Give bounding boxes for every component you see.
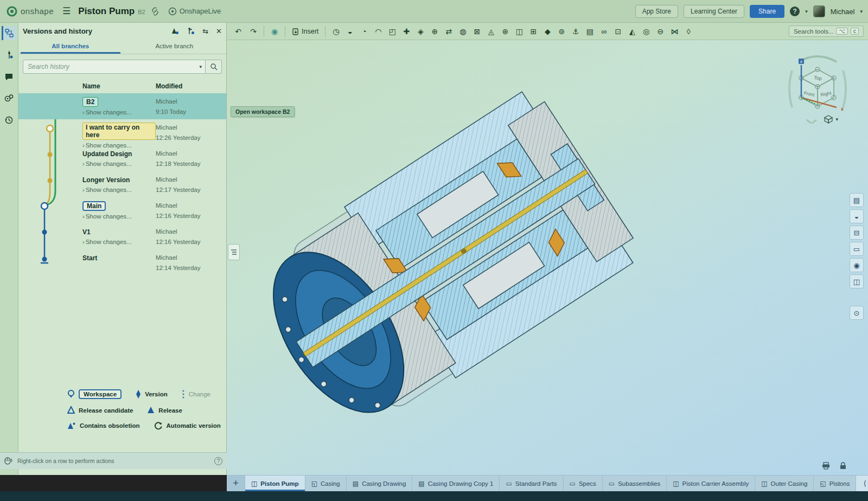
toolbar-icon[interactable]: ⊞ [526,25,540,38]
toolbar-icon[interactable]: ◊ [681,25,695,38]
document-tab[interactable]: ◫ Piston Carrier Assembly [667,476,755,491]
toolbar-icon[interactable]: ▤ [583,25,597,38]
version-name[interactable]: B2 [82,97,98,107]
document-tab[interactable]: ▤ Casing Drawing Copy 1 [412,476,500,491]
create-version-tool-icon[interactable] [2,48,17,62]
viewport-tool-icon[interactable]: ▭ [850,242,864,256]
view-cube[interactable]: Top Front Right z x [782,48,853,124]
viewport-3d[interactable]: Open workspace B2 Top Front Right [227,40,868,475]
help-icon[interactable]: ? [790,7,800,16]
version-row[interactable]: Longer Version ›Show changes... Michael … [18,171,226,197]
version-name[interactable]: Updated Design [82,150,132,158]
search-history-field[interactable] [27,62,199,71]
toolbar-icon[interactable]: ◍ [456,25,470,38]
toolbar-icon[interactable]: ◫ [512,25,526,38]
toolbar-icon[interactable]: ⊛ [498,25,512,38]
search-tools-input[interactable]: Search tools... ⌥ c [789,25,864,37]
user-menu[interactable]: Michael [831,8,855,16]
where-used-tool-icon[interactable] [2,91,17,105]
viewport-tool-icon[interactable]: ▤ [850,193,864,207]
toolbar-icon[interactable]: ◭ [625,25,639,38]
toolbar-icon[interactable]: ◔ [357,25,371,38]
share-button[interactable]: Share [750,5,784,18]
show-changes-link[interactable]: ›Show changes... [82,239,156,245]
toolbar-icon[interactable]: ⊕ [427,25,442,38]
document-tab[interactable]: ▭ Subassemblies [603,476,667,491]
version-name[interactable]: Start [82,254,97,262]
version-row[interactable]: B2 ›Show changes... Michael 9:10 Today [18,93,226,119]
versions-history-tool-icon[interactable] [2,26,17,40]
compare-icon[interactable]: ⇆ [202,27,208,35]
toolbar-icon[interactable]: ∞ [597,25,611,38]
version-row[interactable]: V1 ›Show changes... Michael 12:16 Yester… [18,223,226,249]
close-panel-icon[interactable]: ✕ [216,27,222,35]
show-changes-link[interactable]: ›Show changes... [82,109,156,115]
search-filter-caret-icon[interactable]: ▾ [199,64,202,69]
help-caret-icon[interactable]: ▾ [805,9,808,14]
history-tool-icon[interactable] [2,113,17,127]
show-hidden-icon[interactable]: ⊙ [850,306,864,320]
toolbar-icon[interactable]: ⊡ [611,25,625,38]
document-tab[interactable]: ◫ Piston Pump [245,476,305,491]
user-caret-icon[interactable]: ▾ [860,9,863,14]
toolbar-icon[interactable]: ⊚ [554,25,569,38]
insert-button[interactable]: Insert [289,27,322,36]
document-tab[interactable]: ▭ Standard Parts [500,476,563,491]
toolbar-icon[interactable]: ◆ [540,25,554,38]
show-changes-link[interactable]: ›Show changes... [82,160,156,167]
toolbar-icon[interactable]: ◎ [639,25,653,38]
document-tab[interactable]: ▤ Casing Drawing [347,476,413,491]
viewport-tool-icon[interactable]: ◒ [850,209,864,223]
document-tab[interactable]: ◱ Pistons [814,476,856,491]
document-tab[interactable]: ▭ Specs [564,476,603,491]
toolbar-icon[interactable]: ✚ [399,25,413,38]
instance-tree-handle[interactable] [228,244,240,260]
version-row[interactable]: Main ›Show changes... Michael 12:16 Yest… [18,197,226,223]
lock-icon[interactable] [840,462,846,470]
toolbar-icon[interactable]: ◬ [484,25,498,38]
toolbar-icon[interactable]: ◷ [329,25,343,38]
viewport-tool-icon[interactable]: ◉ [850,258,864,272]
create-branch-icon[interactable] [187,27,195,35]
version-row[interactable]: I want to carry on here ›Show changes...… [18,119,226,145]
comments-tool-icon[interactable] [2,69,17,84]
version-name[interactable]: V1 [82,228,91,236]
onshape-live-link[interactable]: OnshapeLive [168,7,221,16]
document-tab[interactable]: ◫ Outer Casing [755,476,814,491]
panel-tab[interactable]: Active branch [123,39,227,54]
add-tab-button[interactable]: + [227,476,245,491]
learning-center-button[interactable]: Learning Center [684,5,744,18]
show-changes-link[interactable]: ›Show changes... [82,187,156,193]
show-changes-link[interactable]: ›Show changes... [82,213,156,220]
redo-button[interactable]: ↷ [246,25,260,38]
toolbar-icon[interactable]: ⚓ [569,25,583,38]
toolbar-icon[interactable]: ◰ [385,25,399,38]
version-name[interactable]: Longer Version [82,176,130,184]
undo-button[interactable]: ↶ [231,25,245,38]
version-row[interactable]: Updated Design ›Show changes... Michael … [18,145,226,171]
avatar[interactable] [813,5,825,17]
create-version-icon[interactable] [171,27,179,35]
toolbar-icon[interactable]: ◒ [343,25,357,38]
view-options-button[interactable]: ▾ [824,115,838,124]
toolbar-icon[interactable]: ⋈ [667,25,681,38]
version-name[interactable]: Main [82,201,106,211]
viewport-tool-icon[interactable]: ⊟ [850,226,864,240]
history-search-input[interactable]: ▾ [23,60,206,74]
toolbar-icon[interactable]: ⇄ [442,25,456,38]
document-tab[interactable]: ◱ Casing [305,476,347,491]
panel-tab[interactable]: All branches [18,39,123,54]
toolbar-icon[interactable]: ◈ [413,25,427,38]
link-icon[interactable] [151,7,159,16]
restore-button[interactable]: ◉ [267,25,282,38]
onshape-logo[interactable]: onshape [7,6,54,17]
toolbar-icon[interactable]: ⊖ [653,25,667,38]
version-row[interactable]: Start › Michael 12:14 Yesterday [18,249,226,275]
app-store-button[interactable]: App Store [635,5,678,18]
panel-help-icon[interactable]: ? [214,457,222,465]
toolbar-icon[interactable]: ⊠ [470,25,484,38]
search-button[interactable] [206,60,222,74]
viewport-tool-icon[interactable]: ◫ [850,274,864,288]
tab-scroll-first-icon[interactable]: ⟨ [859,479,868,487]
print-icon[interactable] [822,462,830,470]
